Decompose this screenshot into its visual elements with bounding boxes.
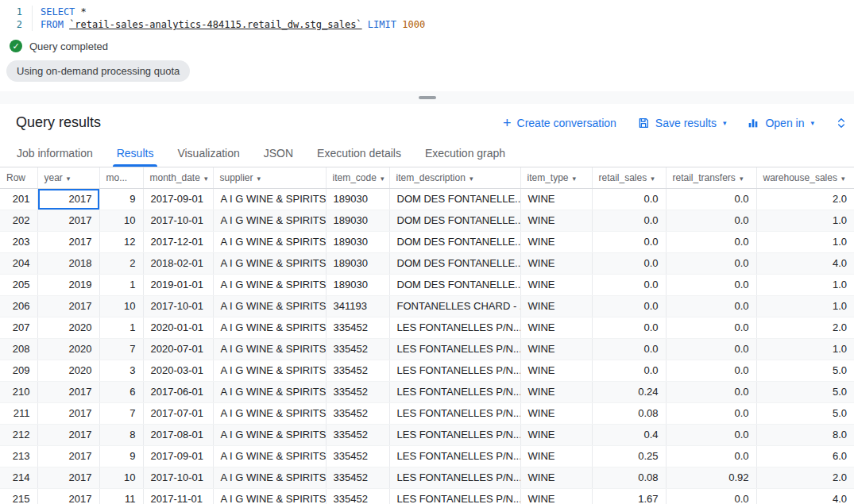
table-cell[interactable]: WINE (520, 445, 592, 467)
table-cell[interactable]: LES FONTANELLES P/N... (389, 317, 520, 338)
table-cell[interactable]: A I G WINE & SPIRITS (213, 424, 326, 445)
table-cell[interactable]: DOM DES FONTANELLE... (389, 188, 520, 210)
table-cell[interactable]: 2017 (37, 424, 99, 445)
table-cell[interactable]: WINE (520, 210, 592, 231)
table-cell[interactable]: LES FONTANELLES P/N... (389, 488, 520, 504)
table-cell[interactable]: 335452 (326, 338, 389, 360)
table-cell[interactable]: 335452 (326, 360, 389, 381)
table-cell[interactable]: 0.0 (666, 381, 756, 402)
table-cell[interactable]: FONTANELLES CHARD - ... (389, 295, 520, 317)
table-cell[interactable]: 7 (99, 338, 143, 360)
table-cell[interactable]: 1.0 (756, 338, 854, 360)
column-header-item-type[interactable]: item_type▾ (520, 167, 592, 188)
table-cell[interactable]: WINE (520, 360, 592, 381)
editor-line[interactable]: 1SELECT * (0, 6, 854, 18)
table-cell[interactable]: WINE (520, 338, 592, 360)
table-cell[interactable]: DOM DES FONTANELLE... (389, 252, 520, 274)
column-header-item-code[interactable]: item_code▾ (326, 167, 389, 188)
column-menu-arrow-icon[interactable]: ▾ (204, 175, 208, 183)
table-cell[interactable]: 2017-06-01 (143, 381, 213, 402)
column-menu-arrow-icon[interactable]: ▾ (257, 175, 261, 183)
table-cell[interactable]: 2017-10-01 (143, 467, 213, 488)
table-cell[interactable]: 10 (99, 210, 143, 231)
table-cell[interactable]: 0.0 (592, 252, 666, 274)
table-cell[interactable]: 5.0 (756, 402, 854, 424)
editor-line[interactable]: 2FROM `retail-sales-analytics-484115.ret… (0, 18, 854, 31)
table-cell[interactable]: WINE (520, 424, 592, 445)
table-cell[interactable]: WINE (520, 188, 592, 210)
table-cell[interactable]: 0.0 (592, 231, 666, 252)
column-menu-arrow-icon[interactable]: ▾ (651, 175, 655, 183)
table-cell[interactable]: WINE (520, 488, 592, 504)
table-cell[interactable]: 1.0 (756, 210, 854, 231)
table-cell[interactable]: 4.0 (756, 252, 854, 274)
table-cell[interactable]: 10 (99, 295, 143, 317)
table-cell[interactable]: 2019-01-01 (143, 274, 213, 295)
column-header-retail-sales[interactable]: retail_sales▾ (592, 167, 666, 188)
table-cell[interactable]: 0.0 (666, 338, 756, 360)
table-cell[interactable]: 0.0 (666, 210, 756, 231)
table-cell[interactable]: 335452 (326, 467, 389, 488)
table-cell[interactable]: 2020 (37, 317, 99, 338)
table-cell[interactable]: 2017 (37, 445, 99, 467)
save-results-button[interactable]: Save results ▾ (637, 117, 727, 129)
table-cell[interactable]: 3 (99, 360, 143, 381)
table-cell[interactable]: 2017 (37, 402, 99, 424)
table-cell[interactable]: 8 (99, 424, 143, 445)
table-cell[interactable]: 2017-07-01 (143, 402, 213, 424)
table-cell[interactable]: 2017 (37, 488, 99, 504)
table-cell[interactable]: A I G WINE & SPIRITS (213, 295, 326, 317)
table-cell[interactable]: 2017 (37, 467, 99, 488)
table-cell[interactable]: 2017 (37, 188, 99, 210)
table-cell[interactable]: LES FONTANELLES P/N... (389, 338, 520, 360)
table-cell[interactable]: 0.0 (592, 188, 666, 210)
table-cell[interactable]: 0.0 (592, 295, 666, 317)
sql-editor[interactable]: 1SELECT *2FROM `retail-sales-analytics-4… (0, 0, 854, 33)
table-cell[interactable]: A I G WINE & SPIRITS (213, 274, 326, 295)
table-cell[interactable]: 5.0 (756, 381, 854, 402)
table-cell[interactable]: 341193 (326, 295, 389, 317)
table-cell[interactable]: 0.0 (666, 274, 756, 295)
table-cell[interactable]: 2017-08-01 (143, 424, 213, 445)
table-cell[interactable]: 189030 (326, 231, 389, 252)
table-cell[interactable]: 0.24 (592, 381, 666, 402)
table-cell[interactable]: WINE (520, 274, 592, 295)
table-cell[interactable]: WINE (520, 467, 592, 488)
table-cell[interactable]: 2.0 (756, 188, 854, 210)
table-cell[interactable]: LES FONTANELLES P/N... (389, 402, 520, 424)
table-cell[interactable]: 11 (99, 488, 143, 504)
table-cell[interactable]: 2017-09-01 (143, 445, 213, 467)
table-cell[interactable]: 2017-10-01 (143, 210, 213, 231)
table-cell[interactable]: LES FONTANELLES P/N... (389, 424, 520, 445)
table-cell[interactable]: 0.4 (592, 424, 666, 445)
table-cell[interactable]: 0.0 (592, 360, 666, 381)
collapse-panel-button[interactable] (835, 117, 848, 129)
tab-execution-details[interactable]: Execution details (305, 140, 413, 167)
table-cell[interactable]: WINE (520, 317, 592, 338)
table-cell[interactable]: 0.0 (592, 210, 666, 231)
column-header-month-date[interactable]: month_date▾ (143, 167, 213, 188)
table-cell[interactable]: 2020-03-01 (143, 360, 213, 381)
table-cell[interactable]: 0.0 (666, 488, 756, 504)
table-cell[interactable]: WINE (520, 381, 592, 402)
table-cell[interactable]: A I G WINE & SPIRITS (213, 467, 326, 488)
table-cell[interactable]: A I G WINE & SPIRITS (213, 402, 326, 424)
table-cell[interactable]: A I G WINE & SPIRITS (213, 360, 326, 381)
open-in-button[interactable]: Open in ▾ (747, 117, 814, 129)
column-menu-arrow-icon[interactable]: ▾ (841, 175, 845, 183)
table-cell[interactable]: 2017-11-01 (143, 488, 213, 504)
table-cell[interactable]: 7 (99, 402, 143, 424)
table-cell[interactable]: WINE (520, 402, 592, 424)
table-cell[interactable]: 12 (99, 231, 143, 252)
column-menu-arrow-icon[interactable]: ▾ (740, 175, 744, 183)
table-cell[interactable]: 0.0 (592, 317, 666, 338)
create-conversation-button[interactable]: + Create conversation (503, 116, 616, 130)
table-cell[interactable]: 189030 (326, 210, 389, 231)
tab-execution-graph[interactable]: Execution graph (413, 140, 517, 167)
table-cell[interactable]: 6 (99, 381, 143, 402)
table-cell[interactable]: 2017 (37, 295, 99, 317)
table-cell[interactable]: 0.0 (666, 317, 756, 338)
table-cell[interactable]: A I G WINE & SPIRITS (213, 210, 326, 231)
table-cell[interactable]: 0.92 (666, 467, 756, 488)
table-cell[interactable]: 1 (99, 274, 143, 295)
